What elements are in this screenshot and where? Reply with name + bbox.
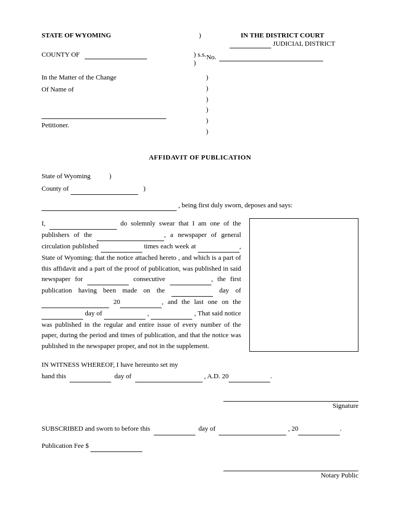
newspaper-blank	[97, 230, 164, 241]
ss-col: ) s.s. )	[194, 50, 206, 67]
county-left: COUNTY OF	[42, 50, 194, 59]
last-day-blank	[42, 308, 83, 320]
judicial-blank	[230, 39, 271, 48]
subscribed-section: SUBSCRIBED and sworn to before this day …	[42, 422, 358, 452]
first-day-blank	[171, 285, 213, 297]
notary-line	[223, 462, 358, 471]
header-section: STATE OF WYOMING ) IN THE DISTRICT COURT…	[42, 31, 358, 48]
left-header: STATE OF WYOMING	[42, 31, 194, 39]
county-label: COUNTY OF	[42, 50, 80, 58]
body-paragraph: I, do solemnly swear that I am one of th…	[42, 218, 241, 352]
ss-text: ) s.s.	[194, 50, 206, 59]
caption-left: In the Matter of the Change Of Name of P…	[42, 72, 206, 144]
last-year-blank	[151, 308, 192, 320]
subscribed-day-of: day of	[198, 424, 216, 432]
hand-day-blank	[70, 370, 111, 382]
first-month-blank	[42, 297, 109, 308]
sworn-line: , being first duly sworn, deposes and sa…	[42, 200, 358, 211]
subscribed-row: SUBSCRIBED and sworn to before this day …	[42, 422, 358, 435]
notary-label: Notary Public	[42, 471, 358, 480]
doc-title: AFFIDAVIT OF PUBLICATION	[42, 153, 358, 162]
ad-label: , A.D. 20	[204, 372, 229, 380]
witness-line-2: hand this day of , A.D. 20 .	[42, 370, 358, 382]
matter-row-1: In the Matter of the Change	[42, 72, 206, 83]
matter-text-1: In the Matter of the Change	[42, 72, 206, 83]
blank-row-2	[42, 108, 206, 119]
signature-line	[223, 393, 358, 402]
no-col: No.	[206, 50, 358, 61]
petitioner-label: Petitioner.	[42, 120, 206, 131]
first-year-blank	[120, 297, 162, 308]
publisher-name-blank	[49, 218, 117, 230]
no-label: No.	[206, 53, 216, 61]
day-of-label: day of	[114, 372, 131, 380]
blank-row-3	[42, 132, 206, 143]
county-blank	[85, 50, 147, 59]
signature-label: Signature	[42, 402, 358, 410]
caption-section: In the Matter of the Change Of Name of P…	[42, 72, 358, 144]
subscribed-day-blank	[154, 422, 195, 435]
subscribed-month-blank	[219, 422, 286, 435]
subscribed-text: SUBSCRIBED and sworn to before this	[42, 424, 150, 432]
period-blank	[170, 274, 211, 285]
location-blank	[198, 241, 239, 252]
name-blank	[42, 108, 166, 119]
exhibit-box	[249, 218, 358, 352]
judicial-district-row: JUDICIAL DISTRICT	[206, 39, 358, 48]
state-label: STATE OF WYOMING	[42, 31, 194, 39]
witness-text-1: IN WITNESS WHEREOF, I have hereunto set …	[42, 361, 178, 368]
signature-section: Signature	[42, 393, 358, 410]
right-header: IN THE DISTRICT COURT JUDICIAL DISTRICT	[206, 31, 358, 48]
no-row: No.	[206, 52, 358, 61]
witness-line-1: IN WITNESS WHEREOF, I have hereunto set …	[42, 359, 358, 370]
last-month-blank	[104, 308, 145, 320]
notary-section: Notary Public	[42, 462, 358, 480]
subscribed-year-blank	[298, 422, 340, 435]
body-section: I, do solemnly swear that I am one of th…	[42, 218, 358, 352]
subscribed-comma: , 20	[288, 424, 299, 432]
caption-parens: ) ) ) ) ) )	[206, 72, 224, 144]
judicial-district-label: JUDICIAL DISTRICT	[273, 39, 335, 47]
state-county-section: State of Wyoming ) County of )	[42, 170, 358, 195]
consecutive-blank	[87, 274, 129, 285]
no-blank	[219, 52, 323, 61]
name-blank-2	[42, 200, 177, 211]
matter-row-2: Of Name of	[42, 84, 206, 95]
matter-text-2: Of Name of	[42, 84, 206, 95]
sworn-text: , being first duly sworn, deposes and sa…	[178, 201, 292, 209]
caption-right	[224, 72, 358, 144]
court-title: IN THE DISTRICT COURT	[206, 31, 358, 39]
times-blank	[101, 241, 142, 252]
county-label-2: County of	[42, 182, 69, 194]
body-text: I, do solemnly swear that I am one of th…	[42, 218, 241, 352]
state-row: State of Wyoming )	[42, 170, 358, 182]
hand-year-blank	[229, 370, 270, 382]
county-blank-2	[71, 182, 138, 194]
paren-col: )	[194, 31, 206, 39]
pub-fee-label: Publication Fee $	[42, 442, 89, 449]
blank-row-1	[42, 96, 206, 107]
ss-row: COUNTY OF ) s.s. ) No.	[42, 50, 358, 67]
petitioner-row: Petitioner.	[42, 120, 206, 131]
witness-section: IN WITNESS WHEREOF, I have hereunto set …	[42, 359, 358, 382]
pub-fee-row: Publication Fee $	[42, 440, 358, 452]
pub-fee-blank	[90, 440, 142, 452]
document-page: STATE OF WYOMING ) IN THE DISTRICT COURT…	[42, 31, 358, 480]
state-label-2: State of Wyoming	[42, 170, 104, 182]
county-row-2: County of )	[42, 182, 358, 194]
hand-month-blank	[135, 370, 203, 382]
witness-text-2: hand this	[42, 372, 66, 380]
